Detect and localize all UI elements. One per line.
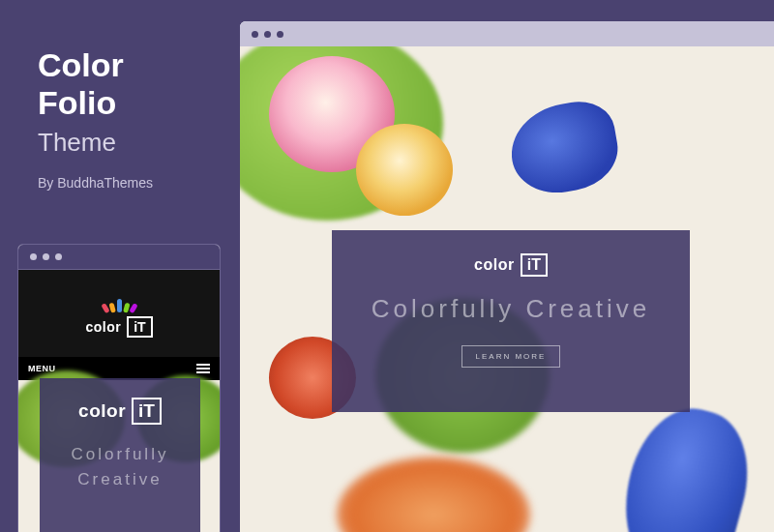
theme-title: Color Folio — [38, 46, 153, 122]
theme-info: Color Folio Theme By BuddhaThemes — [38, 46, 153, 191]
hero-card: color iT Colorfully Creative LEARN MORE — [332, 230, 690, 412]
window-dot-icon — [277, 31, 283, 38]
hero-tagline: Colorfully Creative — [351, 294, 670, 324]
logo-suffix: iT — [521, 253, 548, 277]
mobile-preview-window: color iT MENU color iT Colorfully Creati… — [17, 244, 221, 532]
window-dot-icon — [43, 253, 49, 260]
window-dot-icon — [252, 31, 258, 38]
logo-suffix: iT — [132, 398, 162, 425]
window-dot-icon — [30, 253, 37, 260]
window-titlebar — [240, 21, 774, 46]
logo: color iT — [78, 398, 162, 425]
logo-prefix: color — [85, 319, 121, 335]
logo: color iT — [85, 316, 152, 338]
hamburger-icon[interactable] — [196, 364, 210, 373]
title-line-1: Color — [38, 46, 124, 83]
theme-byline: By BuddhaThemes — [38, 175, 153, 191]
desktop-preview-window: color iT Colorfully Creative LEARN MORE — [240, 21, 774, 532]
hero-card: color iT Colorfully Creative — [40, 378, 200, 532]
logo-prefix: color — [474, 256, 515, 274]
title-line-2: Folio — [38, 84, 116, 121]
burst-icon — [103, 289, 135, 312]
learn-more-button[interactable]: LEARN MORE — [461, 345, 561, 368]
window-dot-icon — [264, 31, 271, 38]
hero-tagline: Colorfully Creative — [49, 442, 191, 491]
desktop-content: color iT Colorfully Creative LEARN MORE — [240, 46, 774, 532]
logo-prefix: color — [78, 400, 126, 422]
mobile-site-header: color iT — [18, 270, 220, 357]
window-titlebar — [18, 245, 220, 270]
logo: color iT — [474, 253, 548, 277]
mobile-content: color iT MENU color iT Colorfully Creati… — [18, 270, 220, 532]
window-dot-icon — [55, 253, 62, 260]
theme-subtitle: Theme — [38, 128, 153, 158]
logo-suffix: iT — [127, 316, 152, 338]
